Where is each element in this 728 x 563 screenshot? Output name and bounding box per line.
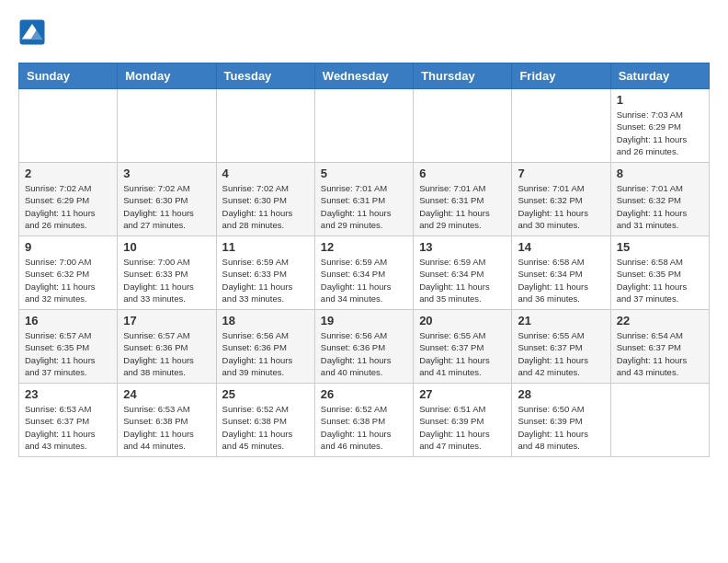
day-cell: 8Sunrise: 7:01 AM Sunset: 6:32 PM Daylig…	[610, 163, 709, 236]
day-info: Sunrise: 6:59 AM Sunset: 6:34 PM Dayligh…	[419, 256, 506, 304]
day-info: Sunrise: 7:01 AM Sunset: 6:32 PM Dayligh…	[518, 182, 604, 231]
day-info: Sunrise: 7:02 AM Sunset: 6:29 PM Dayligh…	[25, 182, 111, 231]
day-cell	[314, 89, 413, 163]
day-info: Sunrise: 7:00 AM Sunset: 6:32 PM Dayligh…	[25, 256, 111, 304]
day-info: Sunrise: 6:57 AM Sunset: 6:36 PM Dayligh…	[123, 329, 210, 378]
week-row-1: 1Sunrise: 7:03 AM Sunset: 6:29 PM Daylig…	[19, 89, 710, 163]
logo-icon	[18, 18, 46, 46]
day-number: 26	[321, 387, 407, 401]
day-cell: 1Sunrise: 7:03 AM Sunset: 6:29 PM Daylig…	[610, 89, 709, 163]
day-cell	[19, 89, 118, 163]
day-info: Sunrise: 7:02 AM Sunset: 6:30 PM Dayligh…	[222, 182, 309, 231]
day-info: Sunrise: 6:58 AM Sunset: 6:35 PM Dayligh…	[617, 256, 703, 304]
day-info: Sunrise: 6:55 AM Sunset: 6:37 PM Dayligh…	[419, 329, 506, 378]
day-number: 12	[321, 240, 407, 254]
calendar-body: 1Sunrise: 7:03 AM Sunset: 6:29 PM Daylig…	[19, 89, 710, 457]
day-cell: 28Sunrise: 6:50 AM Sunset: 6:39 PM Dayli…	[512, 384, 610, 457]
day-number: 4	[222, 167, 309, 180]
day-cell	[512, 89, 610, 163]
day-number: 13	[419, 240, 506, 254]
day-number: 11	[222, 240, 309, 254]
day-cell: 15Sunrise: 6:58 AM Sunset: 6:35 PM Dayli…	[610, 236, 709, 310]
day-number: 16	[25, 314, 111, 327]
column-header-saturday: Saturday	[610, 63, 709, 89]
day-cell: 4Sunrise: 7:02 AM Sunset: 6:30 PM Daylig…	[216, 163, 314, 236]
calendar-header-row: SundayMondayTuesdayWednesdayThursdayFrid…	[19, 63, 710, 89]
week-row-3: 9Sunrise: 7:00 AM Sunset: 6:32 PM Daylig…	[19, 236, 710, 310]
day-cell: 21Sunrise: 6:55 AM Sunset: 6:37 PM Dayli…	[512, 310, 610, 384]
day-cell	[610, 384, 709, 457]
column-header-wednesday: Wednesday	[314, 63, 413, 89]
day-cell: 6Sunrise: 7:01 AM Sunset: 6:31 PM Daylig…	[414, 163, 512, 236]
day-number: 5	[321, 167, 407, 180]
day-cell: 14Sunrise: 6:58 AM Sunset: 6:34 PM Dayli…	[512, 236, 610, 310]
day-info: Sunrise: 6:59 AM Sunset: 6:33 PM Dayligh…	[222, 256, 309, 304]
day-number: 8	[617, 167, 703, 180]
day-cell: 25Sunrise: 6:52 AM Sunset: 6:38 PM Dayli…	[216, 384, 314, 457]
day-number: 17	[123, 314, 210, 327]
day-cell: 24Sunrise: 6:53 AM Sunset: 6:38 PM Dayli…	[118, 384, 216, 457]
column-header-sunday: Sunday	[19, 63, 118, 89]
day-info: Sunrise: 7:03 AM Sunset: 6:29 PM Dayligh…	[617, 109, 703, 157]
day-number: 2	[25, 167, 111, 180]
day-number: 9	[25, 240, 111, 254]
day-info: Sunrise: 6:59 AM Sunset: 6:34 PM Dayligh…	[321, 256, 407, 304]
day-cell: 13Sunrise: 6:59 AM Sunset: 6:34 PM Dayli…	[414, 236, 512, 310]
day-cell: 5Sunrise: 7:01 AM Sunset: 6:31 PM Daylig…	[314, 163, 413, 236]
calendar-table: SundayMondayTuesdayWednesdayThursdayFrid…	[18, 63, 710, 457]
column-header-tuesday: Tuesday	[216, 63, 314, 89]
day-cell: 26Sunrise: 6:52 AM Sunset: 6:38 PM Dayli…	[314, 384, 413, 457]
day-cell	[118, 89, 216, 163]
day-number: 22	[617, 314, 703, 327]
day-info: Sunrise: 6:52 AM Sunset: 6:38 PM Dayligh…	[222, 403, 309, 452]
day-number: 25	[222, 387, 309, 401]
day-info: Sunrise: 6:55 AM Sunset: 6:37 PM Dayligh…	[518, 329, 604, 378]
day-info: Sunrise: 7:01 AM Sunset: 6:31 PM Dayligh…	[321, 182, 407, 231]
day-info: Sunrise: 6:56 AM Sunset: 6:36 PM Dayligh…	[222, 329, 309, 378]
day-info: Sunrise: 7:02 AM Sunset: 6:30 PM Dayligh…	[123, 182, 210, 231]
day-number: 23	[25, 387, 111, 401]
day-cell: 9Sunrise: 7:00 AM Sunset: 6:32 PM Daylig…	[19, 236, 118, 310]
day-info: Sunrise: 6:54 AM Sunset: 6:37 PM Dayligh…	[617, 329, 703, 378]
day-cell: 2Sunrise: 7:02 AM Sunset: 6:29 PM Daylig…	[19, 163, 118, 236]
day-info: Sunrise: 6:53 AM Sunset: 6:38 PM Dayligh…	[123, 403, 210, 452]
day-number: 6	[419, 167, 506, 180]
day-number: 24	[123, 387, 210, 401]
day-cell: 3Sunrise: 7:02 AM Sunset: 6:30 PM Daylig…	[118, 163, 216, 236]
day-cell: 19Sunrise: 6:56 AM Sunset: 6:36 PM Dayli…	[314, 310, 413, 384]
day-info: Sunrise: 6:57 AM Sunset: 6:35 PM Dayligh…	[25, 329, 111, 378]
day-number: 14	[518, 240, 604, 254]
day-cell: 12Sunrise: 6:59 AM Sunset: 6:34 PM Dayli…	[314, 236, 413, 310]
day-number: 18	[222, 314, 309, 327]
day-cell: 23Sunrise: 6:53 AM Sunset: 6:37 PM Dayli…	[19, 384, 118, 457]
day-number: 1	[617, 93, 703, 107]
day-number: 28	[518, 387, 604, 401]
day-info: Sunrise: 6:50 AM Sunset: 6:39 PM Dayligh…	[518, 403, 604, 452]
day-info: Sunrise: 7:01 AM Sunset: 6:32 PM Dayligh…	[617, 182, 703, 231]
day-number: 15	[617, 240, 703, 254]
day-number: 20	[419, 314, 506, 327]
day-info: Sunrise: 6:56 AM Sunset: 6:36 PM Dayligh…	[321, 329, 407, 378]
day-cell: 20Sunrise: 6:55 AM Sunset: 6:37 PM Dayli…	[414, 310, 512, 384]
day-number: 19	[321, 314, 407, 327]
day-info: Sunrise: 7:01 AM Sunset: 6:31 PM Dayligh…	[419, 182, 506, 231]
day-cell: 7Sunrise: 7:01 AM Sunset: 6:32 PM Daylig…	[512, 163, 610, 236]
day-number: 10	[123, 240, 210, 254]
day-cell: 16Sunrise: 6:57 AM Sunset: 6:35 PM Dayli…	[19, 310, 118, 384]
week-row-5: 23Sunrise: 6:53 AM Sunset: 6:37 PM Dayli…	[19, 384, 710, 457]
day-number: 27	[419, 387, 506, 401]
day-info: Sunrise: 7:00 AM Sunset: 6:33 PM Dayligh…	[123, 256, 210, 304]
day-cell	[414, 89, 512, 163]
day-cell: 17Sunrise: 6:57 AM Sunset: 6:36 PM Dayli…	[118, 310, 216, 384]
day-info: Sunrise: 6:53 AM Sunset: 6:37 PM Dayligh…	[25, 403, 111, 452]
week-row-4: 16Sunrise: 6:57 AM Sunset: 6:35 PM Dayli…	[19, 310, 710, 384]
day-info: Sunrise: 6:51 AM Sunset: 6:39 PM Dayligh…	[419, 403, 506, 452]
column-header-friday: Friday	[512, 63, 610, 89]
day-cell	[216, 89, 314, 163]
week-row-2: 2Sunrise: 7:02 AM Sunset: 6:29 PM Daylig…	[19, 163, 710, 236]
column-header-monday: Monday	[118, 63, 216, 89]
day-cell: 22Sunrise: 6:54 AM Sunset: 6:37 PM Dayli…	[610, 310, 709, 384]
day-cell: 10Sunrise: 7:00 AM Sunset: 6:33 PM Dayli…	[118, 236, 216, 310]
day-info: Sunrise: 6:52 AM Sunset: 6:38 PM Dayligh…	[321, 403, 407, 452]
day-number: 3	[123, 167, 210, 180]
